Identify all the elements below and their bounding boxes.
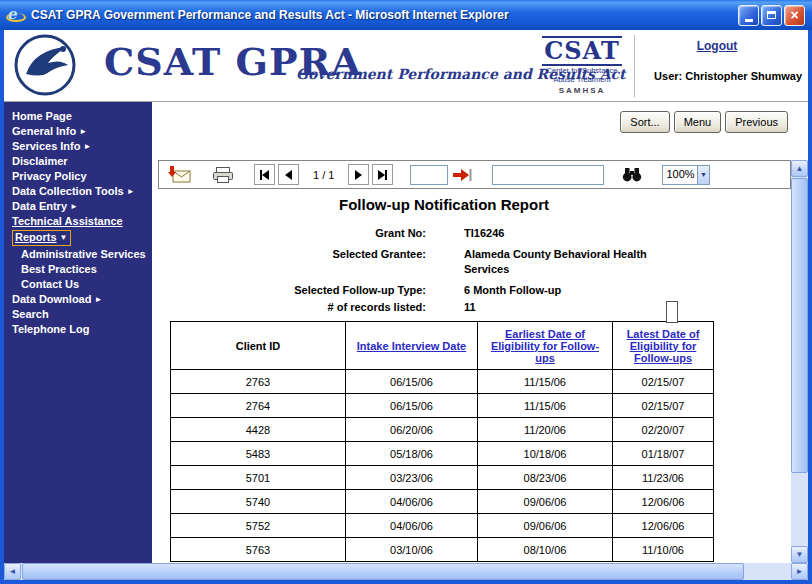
- sidebar-item-data-download[interactable]: Data Download►: [4, 292, 152, 307]
- sidebar-item-general-info[interactable]: General Info►: [4, 124, 152, 139]
- scroll-right-button[interactable]: ►: [791, 563, 808, 580]
- sidebar-item-contact-us[interactable]: Contact Us: [4, 277, 152, 292]
- sidebar-item-label: Data Entry: [12, 200, 67, 212]
- sidebar-item-privacy-policy[interactable]: Privacy Policy: [4, 169, 152, 184]
- last-page-icon: [378, 170, 385, 180]
- scroll-down-button[interactable]: ▼: [791, 546, 808, 563]
- last-page-icon: [385, 170, 387, 180]
- column-header-link[interactable]: Intake Interview Date: [357, 340, 466, 352]
- submenu-right-arrow-icon: ►: [83, 142, 91, 151]
- sort-button[interactable]: Sort...: [620, 111, 669, 133]
- submenu-right-arrow-icon: ►: [127, 187, 135, 196]
- sidebar-item-best-practices[interactable]: Best Practices: [4, 262, 152, 277]
- cell-client-id: 5763: [171, 538, 346, 562]
- field-label: # of records listed:: [164, 300, 426, 315]
- csat-logo-title: CSAT: [542, 36, 622, 66]
- table-row: 5701 03/23/06 08/23/06 11/23/06: [171, 466, 714, 490]
- report-page: Follow-up Notification Report Grant No: …: [164, 188, 724, 562]
- search-text-input[interactable]: [492, 165, 604, 185]
- cell-intake-date: 06/20/06: [346, 418, 478, 442]
- cell-client-id: 5483: [171, 442, 346, 466]
- column-header-client-id: Client ID: [171, 322, 346, 370]
- goto-page-arrow-icon[interactable]: [452, 168, 472, 182]
- scroll-up-button[interactable]: ▲: [791, 160, 808, 177]
- cell-intake-date: 06/15/06: [346, 394, 478, 418]
- sidebar-item-disclaimer[interactable]: Disclaimer: [4, 154, 152, 169]
- cell-latest-date: 11/23/06: [613, 466, 714, 490]
- previous-page-button[interactable]: [278, 164, 299, 185]
- column-header-link[interactable]: Latest Date of Eligibility for Follow-up…: [627, 328, 700, 364]
- sidebar-item-label: Home Page: [12, 110, 72, 122]
- find-binoculars-icon[interactable]: [622, 167, 642, 182]
- field-label: Selected Grantee:: [164, 247, 426, 277]
- title-bar[interactable]: e CSAT GPRA Government Performance and R…: [0, 0, 812, 30]
- sidebar-item-data-entry[interactable]: Data Entry►: [4, 199, 152, 214]
- sidebar-item-telephone-log[interactable]: Telephone Log: [4, 322, 152, 337]
- sidebar-item-administrative-services[interactable]: Administrative Services: [4, 247, 152, 262]
- sidebar-item-label: Services Info: [12, 140, 80, 152]
- column-header-intake-date: Intake Interview Date: [346, 322, 478, 370]
- horizontal-scrollbar-thumb[interactable]: [22, 563, 744, 580]
- current-user-label: User: Christopher Shumway: [632, 70, 802, 82]
- restore-icon: [767, 11, 776, 19]
- sidebar-item-label: Best Practices: [21, 263, 97, 275]
- submenu-down-arrow-icon: ▼: [60, 233, 68, 242]
- minimize-button[interactable]: [738, 5, 759, 26]
- column-header-latest-date: Latest Date of Eligibility for Follow-up…: [613, 322, 714, 370]
- reports-selected-box: Reports▼: [12, 230, 71, 246]
- field-value: 6 Month Follow-up: [464, 283, 561, 298]
- cell-earliest-date: 10/18/06: [478, 442, 613, 466]
- window-title: CSAT GPRA Government Performance and Res…: [31, 8, 736, 22]
- cell-earliest-date: 11/15/06: [478, 370, 613, 394]
- previous-page-icon: [285, 170, 292, 180]
- report-area: Follow-up Notification Report Grant No: …: [152, 188, 791, 563]
- sidebar-item-label: Reports: [15, 231, 57, 243]
- previous-button[interactable]: Previous: [725, 111, 788, 133]
- restore-button[interactable]: [761, 5, 782, 26]
- column-header-link[interactable]: Earliest Date of Eligibility for Follow-…: [491, 328, 599, 364]
- zoom-dropdown[interactable]: 100% ▼: [662, 165, 710, 185]
- first-page-button[interactable]: [254, 164, 275, 185]
- next-page-button[interactable]: [348, 164, 369, 185]
- page-indicator: 1 / 1: [313, 169, 334, 181]
- sidebar-item-label: Data Collection Tools: [12, 185, 124, 197]
- cell-latest-date: 02/15/07: [613, 394, 714, 418]
- sidebar-item-label: Contact Us: [21, 278, 79, 290]
- close-icon: ×: [790, 8, 798, 22]
- sidebar-item-services-info[interactable]: Services Info►: [4, 139, 152, 154]
- action-button-row: Sort... Menu Previous: [620, 111, 788, 133]
- sidebar-item-technical-assistance[interactable]: Technical Assistance: [4, 214, 152, 229]
- chevron-down-icon[interactable]: ▼: [697, 166, 710, 184]
- cell-intake-date: 04/06/06: [346, 490, 478, 514]
- vertical-scrollbar[interactable]: ▲ ▼: [791, 160, 808, 563]
- export-email-icon[interactable]: [168, 166, 192, 183]
- internet-explorer-icon: e: [7, 7, 24, 24]
- table-header-row: Client ID Intake Interview Date Earliest…: [171, 322, 714, 370]
- vertical-scrollbar-thumb[interactable]: [791, 178, 808, 473]
- table-row: 2763 06/15/06 11/15/06 02/15/07: [171, 370, 714, 394]
- menu-button[interactable]: Menu: [674, 111, 722, 133]
- cell-latest-date: 01/18/07: [613, 442, 714, 466]
- goto-page-input[interactable]: [410, 165, 448, 185]
- sidebar-item-data-collection-tools[interactable]: Data Collection Tools►: [4, 184, 152, 199]
- close-button[interactable]: ×: [784, 5, 805, 26]
- last-page-button[interactable]: [372, 164, 393, 185]
- scroll-left-button[interactable]: ◄: [4, 563, 21, 580]
- table-row: 5752 04/06/06 09/06/06 12/06/06: [171, 514, 714, 538]
- sidebar-item-reports[interactable]: Reports▼: [4, 229, 152, 247]
- report-title: Follow-up Notification Report: [164, 194, 724, 216]
- cell-latest-date: 02/15/07: [613, 370, 714, 394]
- cell-earliest-date: 08/10/06: [478, 538, 613, 562]
- sidebar-item-label: Administrative Services: [21, 248, 146, 260]
- field-followup-type: Selected Follow-up Type: 6 Month Follow-…: [164, 283, 724, 298]
- logout-link[interactable]: Logout: [697, 39, 738, 53]
- sidebar-item-label: Technical Assistance: [12, 215, 123, 227]
- minimize-icon: [745, 19, 753, 22]
- sidebar-item-home-page[interactable]: Home Page: [4, 109, 152, 124]
- field-value: Alameda County Behavioral Health Service…: [464, 247, 679, 277]
- print-icon[interactable]: [212, 167, 234, 183]
- field-label: Selected Follow-up Type:: [164, 283, 426, 298]
- horizontal-scrollbar[interactable]: ◄ ►: [4, 563, 808, 580]
- sidebar-item-search[interactable]: Search: [4, 307, 152, 322]
- field-selected-grantee: Selected Grantee: Alameda County Behavio…: [164, 247, 724, 277]
